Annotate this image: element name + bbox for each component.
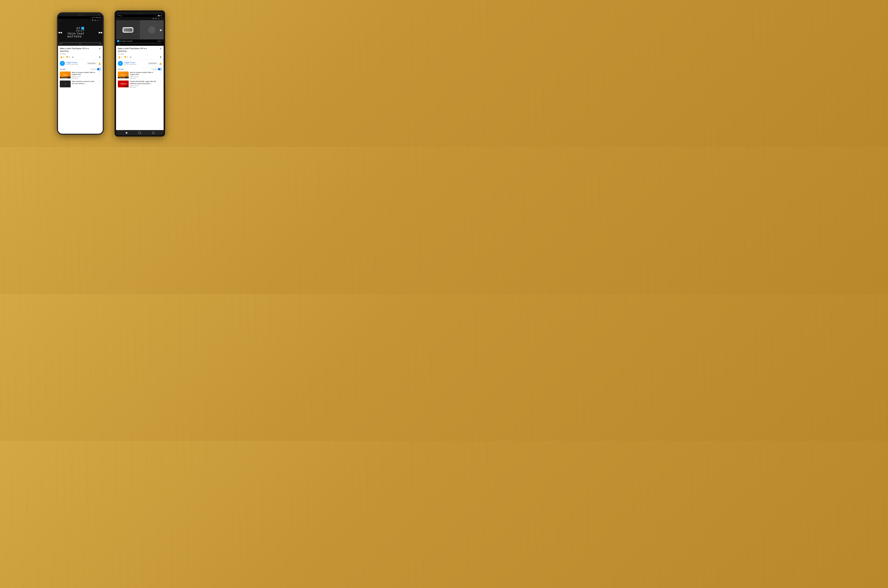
dislike-button-1[interactable]: 👎 0 <box>66 56 70 58</box>
signal-icon: ▼ <box>93 17 94 18</box>
thumb-container-1-1: amazon New for August 2016 1:06 <box>60 72 70 78</box>
more-icon-2[interactable]: ⋮ <box>160 18 162 20</box>
phone-1: ␣ N ▼ ▴ 94% 3:08 ⌄ ☰ ➥ ▭ ⋮ ◀◀ <box>57 12 104 135</box>
video-item-views-2-2: 283 views <box>130 87 158 88</box>
cast-icon-2[interactable]: ▭ <box>158 18 159 20</box>
autoplay-toggle-1[interactable] <box>97 68 101 70</box>
share-icon-1: ➥ <box>72 56 74 58</box>
video-list-item-2-1[interactable]: amazon New for August 2016 1:06 New on A… <box>116 71 164 80</box>
progress-container-1[interactable]: 0:02 ⛶ 2:13 <box>58 42 103 46</box>
video-list-item-1-1[interactable]: amazon New for August 2016 1:06 New on A… <box>58 71 103 80</box>
bell-icon-2[interactable]: 🔔 <box>159 62 162 64</box>
video-main-area-1[interactable]: ◀◀ DT + DAILY TECH THAT MATTERS ▶▶ <box>58 22 103 42</box>
cast-icon[interactable]: ▭ <box>97 20 99 21</box>
phone-1-notch <box>58 14 103 16</box>
playlist-icon-2[interactable]: ☰ <box>153 18 154 20</box>
like-button-2[interactable]: 👍 3 <box>118 56 122 58</box>
autoplay-toggle-2[interactable] <box>158 68 162 70</box>
channel-info-2: Digital Trends 81,579 subscribers <box>124 62 146 65</box>
fullscreen-icon-2[interactable]: ⛶ <box>161 40 162 42</box>
video-player-1[interactable]: ⌄ ☰ ➥ ▭ ⋮ ◀◀ DT + DAILY TECH <box>58 19 103 46</box>
thumb-container-1-2: ● <box>60 81 70 87</box>
home-button[interactable]: ◯ <box>138 131 141 134</box>
subscribe-button-1[interactable]: Subscribed <box>87 62 97 64</box>
video-content-2: Make a hole! PlayStation VR is a spaceho… <box>116 46 164 130</box>
duration-1-1: 1:06 <box>68 76 70 78</box>
autoplay-row-2: Autoplay <box>152 68 162 70</box>
thumbup-icon: 👍 <box>60 56 63 58</box>
video-item-title-2-1: New on Amazon Instant Video in August 20… <box>130 72 158 76</box>
prev-button[interactable]: ◀◀ <box>58 31 62 34</box>
download-button-2[interactable]: ⬇ <box>160 56 162 58</box>
next-button[interactable]: ▶▶ <box>99 31 103 34</box>
video-item-info-2-2: Trends with Benefits: Apple rides the Po… <box>130 81 158 88</box>
progress-fill-1 <box>60 42 60 43</box>
share-button-1[interactable]: ➥ <box>72 56 74 58</box>
item-menu-1-1[interactable]: ⋮ <box>98 72 101 74</box>
video-info-1: Make a hole! PlayStation VR is a spaceho… <box>58 46 103 60</box>
time-display-2: 3:08 <box>160 15 162 16</box>
progress-times-1: 0:02 ⛶ 2:13 <box>60 43 101 45</box>
share-button-2[interactable]: ➥ <box>130 56 132 58</box>
up-next-header-2: Up next Autoplay <box>116 67 164 71</box>
dt-icon-small: + <box>117 40 119 42</box>
up-next-label-2: Up next <box>118 68 123 70</box>
video-item-channel-2-2: Digital Trends <box>130 85 158 87</box>
video-main-area-2[interactable]: ▶ <box>116 20 164 39</box>
channel-name-2[interactable]: Digital Trends <box>124 62 146 64</box>
download-button-1[interactable]: ⬇ <box>99 56 101 58</box>
expand-icon-1[interactable]: ⛶ <box>80 43 81 45</box>
video-item-views-1-1: 148 views <box>72 78 97 79</box>
expand-title-icon-2[interactable]: ▼ <box>159 47 162 50</box>
dt-video-title: DT Daily 7.29.2016 <box>120 40 132 42</box>
video-views-1: 95 views <box>60 53 101 55</box>
progress-container-2[interactable]: 0:00 <box>116 43 164 46</box>
thumbdown-icon: 👎 <box>66 56 69 58</box>
daily-text: DAILY <box>76 30 84 32</box>
dislike-button-2[interactable]: 👎 0 <box>124 56 128 58</box>
battery-text: 94% <box>96 17 98 18</box>
wifi-icon-2: ▴ <box>157 15 158 16</box>
mail-icon: ✉ <box>119 15 120 16</box>
amazon-logo-2: amazon <box>121 74 126 75</box>
video-item-channel-2-1: Digital Trends <box>130 76 158 78</box>
chevron-down-icon[interactable]: ⌄ <box>60 20 61 21</box>
share-icon[interactable]: ➥ <box>94 20 96 21</box>
video-title-1: Make a hole! PlayStation VR is a spaceho… <box>60 47 95 52</box>
recents-button[interactable]: ▢ <box>152 131 154 134</box>
phone-2-notch <box>116 12 164 14</box>
autoplay-label-1: Autoplay <box>91 68 96 70</box>
share-icon-2[interactable]: ➥ <box>155 18 157 20</box>
thumb-container-2-1: amazon New for August 2016 1:06 <box>118 72 129 78</box>
like-button-1[interactable]: 👍 3 <box>60 56 64 58</box>
item-menu-2-2[interactable]: ⋮ <box>159 81 162 83</box>
nfc-icon: N <box>92 17 93 18</box>
channel-avatar-1[interactable]: + <box>60 61 65 66</box>
playlist-icon[interactable]: ☰ <box>92 20 93 21</box>
alexa-thumb-1: ● <box>60 81 70 87</box>
more-icon[interactable]: ⋮ <box>100 20 101 21</box>
subscribe-button-2[interactable]: Subscribed <box>148 62 158 64</box>
item-menu-1-2[interactable]: ⋮ <box>98 81 101 83</box>
vr-headset-image <box>123 27 134 33</box>
channel-name-1[interactable]: Digital Trends <box>66 62 85 64</box>
current-time-1: 0:02 <box>60 43 62 45</box>
item-menu-2-1[interactable]: ⋮ <box>159 72 162 74</box>
video-thumb-right: ▶ <box>140 20 164 39</box>
dislike-count-2: 0 <box>127 56 128 58</box>
progress-bar-1[interactable] <box>60 42 101 43</box>
prev-next-controls: ◀◀ DT + DAILY TECH THAT MATTERS ▶▶ <box>58 27 103 38</box>
channel-avatar-2[interactable]: + <box>118 61 123 66</box>
video-list-item-1-2[interactable]: ● Open Sesame! Amazon's Alexa can now co… <box>58 80 103 88</box>
bell-icon-1[interactable]: 🔔 <box>98 62 101 64</box>
progress-bar-2[interactable] <box>117 43 162 44</box>
video-player-2[interactable]: ⌄ ☰ ➥ ▭ ⋮ ▶ + DT D <box>116 17 164 46</box>
chevron-down-icon-2[interactable]: ⌄ <box>117 18 119 20</box>
channel-subs-2: 81,579 subscribers <box>124 64 146 65</box>
phone-2-screen: ☷ ✉ ☁ ␣ ▴ ▇ 3:08 ⌄ ☰ ➥ ▭ ⋮ <box>116 14 164 130</box>
back-button[interactable]: ◀ <box>125 131 127 134</box>
dislike-count-1: 0 <box>69 56 70 58</box>
video-list-item-2-2[interactable]: TRENDS 27:55 Trends with Benefits: Apple… <box>116 80 164 89</box>
expand-title-icon[interactable]: ▼ <box>98 47 101 50</box>
play-overlay[interactable]: ▶ <box>160 28 162 32</box>
